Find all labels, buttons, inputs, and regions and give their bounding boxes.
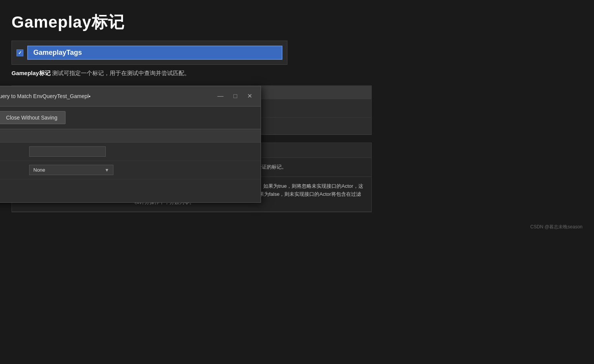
window-maximize-button[interactable]: □ bbox=[230, 92, 240, 100]
tag-editor-dialog: U Tag Editor: Tag Query to Match EnvQuer… bbox=[0, 86, 261, 203]
window-controls: — □ ✕ bbox=[214, 92, 255, 100]
root-expression-row: Root Expression None ▼ bbox=[0, 161, 261, 179]
query-section-header: Query bbox=[0, 129, 261, 143]
root-expression-value: None ▼ bbox=[29, 165, 113, 175]
root-expression-selected-value: None bbox=[33, 167, 45, 173]
footer-text: CSDN @暮志未晚season bbox=[0, 220, 594, 234]
tag-name-input[interactable] bbox=[27, 46, 282, 60]
user-description-label: User Description bbox=[0, 149, 29, 154]
window-close-button[interactable]: ✕ bbox=[244, 92, 255, 100]
description-text: Gameplay标记 测试可指定一个标记，用于在测试中查询并尝试匹配。 bbox=[11, 69, 583, 78]
user-description-input[interactable] bbox=[29, 146, 106, 157]
description-rest: 测试可指定一个标记，用于在测试中查询并尝试匹配。 bbox=[51, 70, 190, 76]
tag-input-section bbox=[11, 41, 287, 65]
window-minimize-button[interactable]: — bbox=[214, 92, 226, 100]
main-panel: Gameplay Tag Check Tag Query to Match Ed… bbox=[11, 85, 372, 135]
description-bold: Gameplay标记 bbox=[11, 70, 51, 76]
query-section: Query User Description Root Expression N… bbox=[0, 129, 261, 202]
root-expression-dropdown-icon: ▼ bbox=[105, 167, 109, 173]
dialog-titlebar: U Tag Editor: Tag Query to Match EnvQuer… bbox=[0, 86, 261, 107]
dialog-title: Tag Editor: Tag Query to Match EnvQueryT… bbox=[0, 93, 210, 99]
page-title: Gameplay标记 bbox=[0, 0, 594, 41]
tag-checkbox[interactable] bbox=[16, 49, 23, 56]
root-expression-label: Root Expression bbox=[0, 167, 29, 173]
user-description-value bbox=[29, 146, 106, 157]
dialog-spacer bbox=[0, 179, 261, 202]
close-without-saving-button[interactable]: Close Without Saving bbox=[0, 111, 66, 124]
user-description-row: User Description bbox=[0, 143, 261, 161]
dialog-body: Save and Close Close Without Saving Quer… bbox=[0, 107, 261, 202]
dialog-action-bar: Save and Close Close Without Saving bbox=[0, 107, 261, 129]
root-expression-select[interactable]: None ▼ bbox=[29, 165, 113, 175]
